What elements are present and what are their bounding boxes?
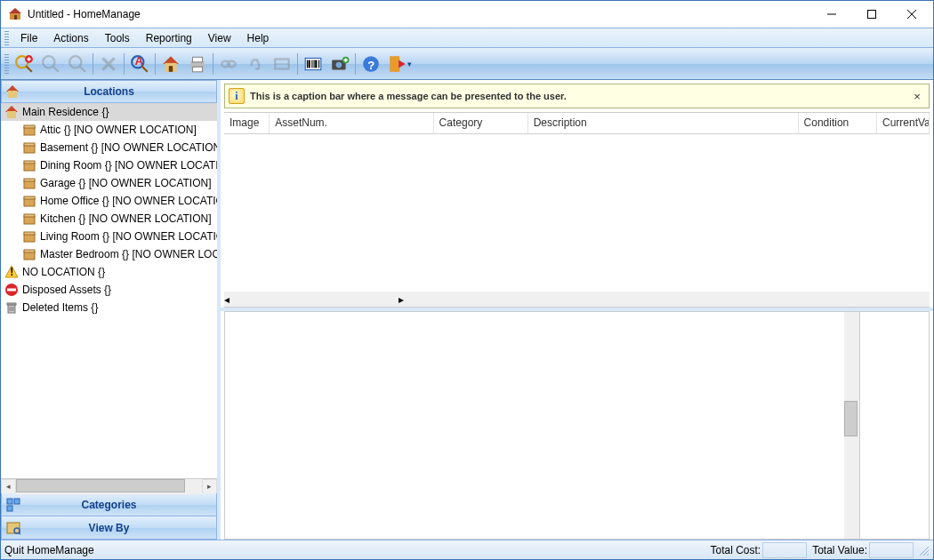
- sidebar-viewby-button[interactable]: View By: [1, 516, 217, 540]
- toolbar-separator: [213, 53, 213, 75]
- svg-rect-48: [8, 91, 17, 98]
- tree-item-label: Dining Room {} [NO OWNER LOCATION]: [40, 159, 217, 172]
- caption-close-icon[interactable]: ×: [909, 90, 925, 103]
- scroll-right-icon[interactable]: ▸: [202, 479, 217, 494]
- scroll-left-icon[interactable]: ◂: [224, 293, 229, 306]
- svg-rect-52: [24, 125, 35, 128]
- tree-item-label: Kitchen {} [NO OWNER LOCATION]: [40, 212, 212, 225]
- sidebar-categories-button[interactable]: Categories: [1, 493, 217, 516]
- column-header[interactable]: Condition: [799, 113, 877, 133]
- sidebar-locations-header[interactable]: Locations: [1, 80, 217, 103]
- attach-icon[interactable]: [243, 52, 268, 76]
- detail-panel-left[interactable]: [224, 311, 860, 540]
- magnifier-add-icon[interactable]: [12, 52, 36, 76]
- statusbar: Quit HomeManage Total Cost: Total Value:: [1, 540, 933, 559]
- tree-item[interactable]: Basement {} [NO OWNER LOCATION]: [1, 139, 217, 156]
- svg-line-15: [79, 66, 85, 72]
- menu-tools[interactable]: Tools: [97, 29, 138, 47]
- svg-rect-50: [7, 111, 16, 118]
- box-icon: [22, 247, 36, 261]
- svg-rect-64: [24, 232, 35, 235]
- grid-hscroll[interactable]: ◂ ▸: [224, 292, 930, 307]
- svg-rect-26: [193, 67, 203, 72]
- menu-file[interactable]: File: [12, 29, 45, 47]
- minimize-button[interactable]: [811, 2, 851, 28]
- maximize-button[interactable]: [851, 2, 891, 28]
- menu-reporting[interactable]: Reporting: [138, 29, 200, 47]
- tree-item[interactable]: Dining Room {} [NO OWNER LOCATION]: [1, 156, 217, 174]
- asset-grid[interactable]: ImageAssetNum.CategoryDescriptionConditi…: [224, 112, 930, 308]
- tree-item[interactable]: Kitchen {} [NO OWNER LOCATION]: [1, 210, 217, 228]
- link-icon[interactable]: [216, 52, 241, 76]
- svg-rect-77: [14, 499, 20, 504]
- svg-rect-58: [24, 179, 35, 181]
- detail-vscroll[interactable]: [844, 312, 859, 539]
- close-button[interactable]: [891, 2, 931, 28]
- menu-help[interactable]: Help: [239, 29, 278, 47]
- tree-item[interactable]: Disposed Assets {}: [1, 281, 217, 299]
- scroll-thumb[interactable]: [844, 401, 858, 436]
- grid-body[interactable]: [224, 134, 930, 292]
- column-header[interactable]: AssetNum.: [270, 113, 433, 133]
- tree-item[interactable]: !NO LOCATION {}: [1, 263, 217, 281]
- sidebar-hscroll[interactable]: ◂ ▸: [1, 478, 217, 493]
- menu-actions[interactable]: Actions: [45, 29, 96, 47]
- scroll-right-icon[interactable]: ▸: [399, 293, 404, 306]
- box-icon: [22, 194, 36, 208]
- menubar-grip[interactable]: [4, 31, 9, 45]
- delete-icon[interactable]: [96, 52, 121, 76]
- magnifier-go-icon[interactable]: [65, 52, 90, 76]
- svg-text:!: !: [10, 266, 13, 278]
- main-area: i This is a caption bar where a message …: [221, 80, 933, 540]
- svg-line-13: [52, 66, 59, 72]
- tree-item[interactable]: Deleted Items {}: [1, 299, 217, 316]
- column-header[interactable]: Image: [224, 113, 270, 133]
- camera-add-icon[interactable]: [327, 52, 352, 76]
- column-header[interactable]: CurrentValue: [877, 113, 930, 133]
- svg-rect-76: [7, 499, 12, 504]
- svg-rect-4: [867, 11, 875, 19]
- toolbar-grip[interactable]: [4, 54, 9, 74]
- exit-icon[interactable]: [385, 52, 410, 76]
- tree-item[interactable]: Garage {} [NO OWNER LOCATION]: [1, 174, 217, 192]
- box-icon: [22, 176, 36, 190]
- tree-item[interactable]: Living Room {} [NO OWNER LOCATION]: [1, 228, 217, 245]
- home-icon[interactable]: [158, 52, 183, 76]
- titlebar[interactable]: Untitled - HomeManage: [1, 1, 933, 28]
- svg-text:A: A: [135, 54, 144, 68]
- categories-icon: [2, 498, 25, 512]
- help-icon[interactable]: ?: [358, 52, 383, 76]
- print-icon[interactable]: [185, 52, 210, 76]
- scroll-left-icon[interactable]: ◂: [1, 479, 16, 494]
- stop-icon: [4, 283, 19, 297]
- barcode-icon[interactable]: [301, 52, 326, 76]
- find-icon[interactable]: A: [127, 52, 152, 76]
- svg-marker-49: [5, 106, 18, 112]
- toolbar-separator: [93, 53, 93, 75]
- tree-root-main-residence[interactable]: Main Residence {}: [1, 103, 217, 121]
- svg-line-81: [19, 532, 20, 534]
- column-header[interactable]: Description: [528, 113, 799, 133]
- resize-grip-icon[interactable]: [917, 544, 930, 556]
- toolbar-separator: [355, 53, 356, 75]
- tree-item[interactable]: Master Bedroom {} [NO OWNER LOCATION]: [1, 245, 217, 263]
- tree-item-label: Home Office {} [NO OWNER LOCATION]: [40, 195, 217, 207]
- magnifier-remove-icon[interactable]: [38, 52, 63, 76]
- app-icon: [8, 7, 22, 21]
- detail-panel-right[interactable]: [860, 311, 930, 540]
- svg-line-84: [927, 554, 929, 556]
- toolbar-separator: [155, 53, 156, 75]
- house-icon: [2, 84, 23, 99]
- column-header[interactable]: Category: [434, 113, 528, 133]
- caption-text: This is a caption bar where a message ca…: [250, 91, 909, 101]
- toolbar-overflow-icon[interactable]: ▾: [407, 60, 412, 68]
- svg-rect-25: [193, 57, 203, 62]
- menu-view[interactable]: View: [200, 29, 239, 47]
- grid-header[interactable]: ImageAssetNum.CategoryDescriptionConditi…: [224, 113, 930, 134]
- scan-icon[interactable]: [270, 52, 294, 76]
- tree-item[interactable]: Attic {} [NO OWNER LOCATION]: [1, 121, 217, 139]
- tree-item[interactable]: Home Office {} [NO OWNER LOCATION]: [1, 192, 217, 210]
- scroll-thumb[interactable]: [16, 479, 185, 492]
- location-tree[interactable]: Main Residence {} Attic {} [NO OWNER LOC…: [1, 103, 217, 478]
- tree-item-label: Deleted Items {}: [22, 301, 98, 314]
